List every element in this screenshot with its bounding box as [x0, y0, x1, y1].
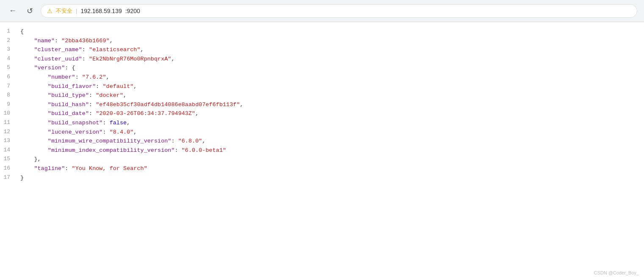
- line-content: "minimum_wire_compatibility_version": "6…: [17, 137, 644, 146]
- line-content: "build_hash": "ef48eb35cf30adf4db14086e8…: [17, 100, 644, 110]
- line-content: }: [17, 173, 644, 183]
- table-row: 5 "version": {: [0, 63, 644, 73]
- address-bar[interactable]: ⚠ 不安全 | 192.168.59.139:9200: [41, 4, 637, 18]
- line-number: 16: [0, 164, 17, 173]
- table-row: 12 "lucene_version": "8.4.0",: [0, 128, 644, 137]
- line-number: 10: [0, 109, 17, 118]
- line-number: 5: [0, 63, 17, 73]
- line-number: 7: [0, 82, 17, 91]
- table-row: 13 "minimum_wire_compatibility_version":…: [0, 137, 644, 146]
- browser-toolbar: ← ↺ ⚠ 不安全 | 192.168.59.139:9200: [0, 0, 644, 22]
- table-row: 7 "build_flavor": "default",: [0, 82, 644, 91]
- table-row: 17}: [0, 173, 644, 183]
- table-row: 11 "build_snapshot": false,: [0, 118, 644, 128]
- line-content: "minimum_index_compatibility_version": "…: [17, 146, 644, 155]
- line-number: 4: [0, 55, 17, 64]
- url-port: :9200: [125, 8, 140, 14]
- line-content: "build_date": "2020-03-26T06:34:37.79494…: [17, 109, 644, 118]
- table-row: 6 "number": "7.6.2",: [0, 73, 644, 82]
- line-content: "name": "2bba436b1669",: [17, 36, 644, 46]
- line-number: 15: [0, 155, 17, 164]
- line-number: 9: [0, 100, 17, 110]
- line-number: 8: [0, 91, 17, 100]
- line-number: 12: [0, 128, 17, 137]
- json-viewer: 1{2 "name": "2bba436b1669",3 "cluster_na…: [0, 22, 644, 265]
- line-content: "cluster_name": "elasticsearch",: [17, 45, 644, 55]
- footer-watermark: CSDN @Coder_Boy_: [594, 270, 639, 275]
- line-number: 13: [0, 137, 17, 146]
- table-row: 14 "minimum_index_compatibility_version"…: [0, 146, 644, 155]
- url-host: 192.168.59.139: [80, 8, 122, 14]
- warning-icon: ⚠: [47, 8, 53, 14]
- insecure-label: 不安全: [56, 7, 72, 15]
- separator: |: [76, 8, 77, 14]
- table-row: 2 "name": "2bba436b1669",: [0, 36, 644, 46]
- table-row: 3 "cluster_name": "elasticsearch",: [0, 45, 644, 55]
- table-row: 4 "cluster_uuid": "Ek2NbNrgR76Mo0Rpnbqrx…: [0, 55, 644, 64]
- line-number: 1: [0, 27, 17, 36]
- line-content: "build_type": "docker",: [17, 91, 644, 100]
- back-button[interactable]: ←: [7, 5, 19, 17]
- table-row: 15 },: [0, 155, 644, 164]
- table-row: 16 "tagline": "You Know, for Search": [0, 164, 644, 173]
- table-row: 10 "build_date": "2020-03-26T06:34:37.79…: [0, 109, 644, 118]
- line-number: 14: [0, 146, 17, 155]
- table-row: 9 "build_hash": "ef48eb35cf30adf4db14086…: [0, 100, 644, 110]
- line-number: 6: [0, 73, 17, 82]
- line-content: "tagline": "You Know, for Search": [17, 164, 644, 173]
- line-content: "cluster_uuid": "Ek2NbNrgR76Mo0RpnbqrxA"…: [17, 55, 644, 64]
- line-content: "number": "7.6.2",: [17, 73, 644, 82]
- line-content: "build_snapshot": false,: [17, 118, 644, 128]
- line-content: "build_flavor": "default",: [17, 82, 644, 91]
- line-content: },: [17, 155, 644, 164]
- refresh-button[interactable]: ↺: [24, 5, 36, 17]
- line-content: {: [17, 27, 644, 36]
- json-table: 1{2 "name": "2bba436b1669",3 "cluster_na…: [0, 27, 644, 182]
- line-number: 3: [0, 45, 17, 55]
- table-row: 1{: [0, 27, 644, 36]
- line-number: 17: [0, 173, 17, 183]
- line-content: "lucene_version": "8.4.0",: [17, 128, 644, 137]
- line-content: "version": {: [17, 63, 644, 73]
- line-number: 2: [0, 36, 17, 46]
- table-row: 8 "build_type": "docker",: [0, 91, 644, 100]
- line-number: 11: [0, 118, 17, 128]
